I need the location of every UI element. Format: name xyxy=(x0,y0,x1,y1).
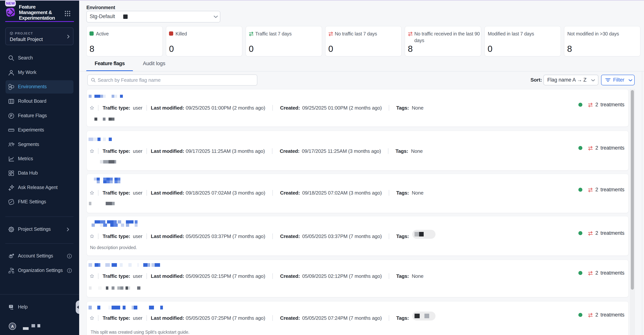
svg-text:?: ? xyxy=(10,305,12,308)
